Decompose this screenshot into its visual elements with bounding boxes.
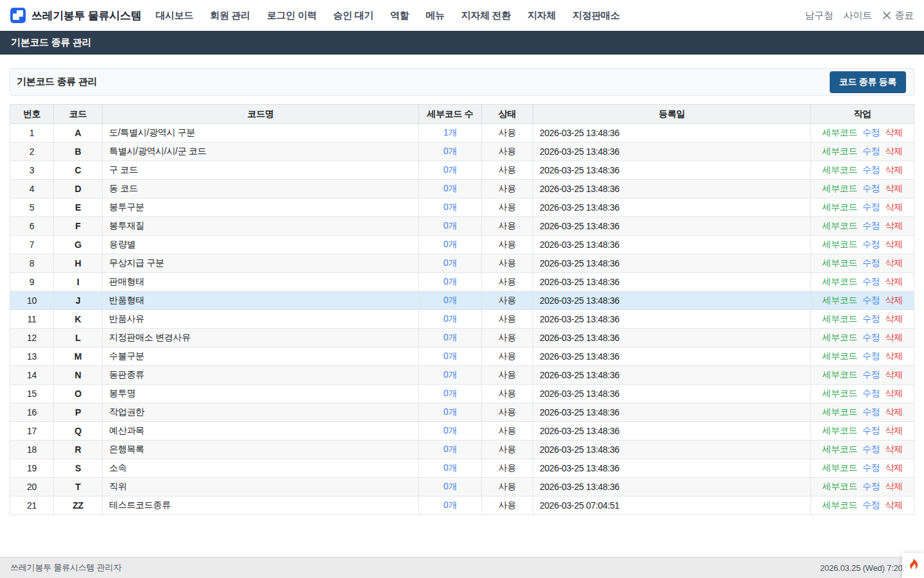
detail-count-link[interactable]: 0개: [443, 313, 457, 324]
edit-link[interactable]: 수정: [862, 369, 880, 380]
detail-code-link[interactable]: 세부코드: [822, 295, 857, 305]
detail-code-link[interactable]: 세부코드: [822, 146, 857, 156]
detail-code-link[interactable]: 세부코드: [822, 369, 857, 380]
edit-link[interactable]: 수정: [862, 425, 880, 435]
edit-link[interactable]: 수정: [862, 183, 880, 193]
detail-code-link[interactable]: 세부코드: [822, 276, 857, 286]
detail-count-link[interactable]: 1개: [443, 127, 457, 137]
edit-link[interactable]: 수정: [862, 462, 880, 473]
edit-link[interactable]: 수정: [862, 351, 880, 361]
nav-item[interactable]: 지자체 전환: [461, 10, 511, 22]
register-code-type-button[interactable]: 코드 종류 등록: [830, 71, 906, 93]
detail-code-link[interactable]: 세부코드: [822, 444, 857, 454]
org-name-link[interactable]: 남구청: [805, 10, 833, 22]
detail-count-link[interactable]: 0개: [443, 500, 457, 510]
nav-item[interactable]: 지정판매소: [572, 10, 620, 22]
edit-link[interactable]: 수정: [862, 500, 880, 510]
debug-toolbar-toggle[interactable]: [902, 553, 924, 578]
delete-link[interactable]: 삭제: [885, 369, 902, 380]
delete-link[interactable]: 삭제: [885, 351, 902, 361]
edit-link[interactable]: 수정: [862, 481, 880, 491]
delete-link[interactable]: 삭제: [885, 462, 902, 473]
delete-link[interactable]: 삭제: [885, 425, 902, 435]
detail-count-link[interactable]: 0개: [443, 146, 457, 156]
delete-link[interactable]: 삭제: [885, 164, 902, 175]
edit-link[interactable]: 수정: [862, 220, 880, 231]
edit-link[interactable]: 수정: [862, 332, 880, 342]
nav-item[interactable]: 승인 대기: [333, 10, 373, 22]
delete-link[interactable]: 삭제: [885, 295, 902, 305]
delete-link[interactable]: 삭제: [885, 500, 902, 510]
detail-count-link[interactable]: 0개: [443, 388, 457, 398]
delete-link[interactable]: 삭제: [885, 202, 902, 212]
delete-link[interactable]: 삭제: [885, 388, 902, 398]
detail-count-link[interactable]: 0개: [443, 351, 457, 361]
detail-count-link[interactable]: 0개: [443, 276, 457, 286]
detail-count-link[interactable]: 0개: [443, 425, 457, 435]
edit-link[interactable]: 수정: [862, 295, 880, 305]
delete-link[interactable]: 삭제: [885, 313, 902, 324]
detail-code-link[interactable]: 세부코드: [822, 239, 857, 249]
detail-code-link[interactable]: 세부코드: [822, 351, 857, 361]
exit-button[interactable]: 종료: [882, 10, 914, 22]
detail-code-link[interactable]: 세부코드: [822, 388, 857, 398]
delete-link[interactable]: 삭제: [885, 276, 902, 286]
detail-code-link[interactable]: 세부코드: [822, 313, 857, 324]
detail-count-link[interactable]: 0개: [443, 407, 457, 417]
detail-code-link[interactable]: 세부코드: [822, 500, 857, 510]
detail-code-link[interactable]: 세부코드: [822, 481, 857, 491]
detail-count-link[interactable]: 0개: [443, 295, 457, 305]
delete-link[interactable]: 삭제: [885, 239, 902, 249]
edit-link[interactable]: 수정: [862, 146, 880, 156]
delete-link[interactable]: 삭제: [885, 332, 902, 342]
detail-count-link[interactable]: 0개: [443, 220, 457, 231]
delete-link[interactable]: 삭제: [885, 481, 902, 491]
nav-item[interactable]: 대시보드: [155, 10, 193, 22]
delete-link[interactable]: 삭제: [885, 407, 902, 417]
detail-count-link[interactable]: 0개: [443, 444, 457, 454]
detail-code-link[interactable]: 세부코드: [822, 127, 857, 137]
detail-code-link[interactable]: 세부코드: [822, 462, 857, 473]
detail-code-link[interactable]: 세부코드: [822, 202, 857, 212]
site-link[interactable]: 사이트: [843, 10, 871, 22]
nav-item[interactable]: 로그인 이력: [267, 10, 316, 22]
detail-code-link[interactable]: 세부코드: [822, 407, 857, 417]
edit-link[interactable]: 수정: [862, 313, 880, 324]
detail-code-link[interactable]: 세부코드: [822, 220, 857, 231]
detail-count-link[interactable]: 0개: [443, 258, 457, 268]
detail-code-link[interactable]: 세부코드: [822, 164, 857, 175]
detail-code-link[interactable]: 세부코드: [822, 258, 857, 268]
edit-link[interactable]: 수정: [862, 164, 880, 175]
delete-link[interactable]: 삭제: [885, 183, 902, 193]
delete-link[interactable]: 삭제: [885, 220, 902, 231]
code-cell: D: [54, 180, 103, 198]
edit-link[interactable]: 수정: [862, 258, 880, 268]
edit-link[interactable]: 수정: [862, 127, 880, 137]
detail-count-link[interactable]: 0개: [443, 332, 457, 342]
delete-link[interactable]: 삭제: [885, 444, 902, 454]
detail-code-link[interactable]: 세부코드: [822, 425, 857, 435]
detail-code-link[interactable]: 세부코드: [822, 332, 857, 342]
detail-count-link[interactable]: 0개: [443, 164, 457, 175]
nav-item[interactable]: 메뉴: [425, 10, 444, 22]
edit-link[interactable]: 수정: [862, 202, 880, 212]
detail-count-link[interactable]: 0개: [443, 183, 457, 193]
detail-code-link[interactable]: 세부코드: [822, 183, 857, 193]
edit-link[interactable]: 수정: [862, 444, 880, 454]
delete-link[interactable]: 삭제: [885, 127, 902, 137]
code-cell: G: [54, 236, 103, 254]
detail-count-link[interactable]: 0개: [443, 481, 457, 491]
detail-count-link[interactable]: 0개: [443, 369, 457, 380]
nav-item[interactable]: 역할: [390, 10, 409, 22]
detail-count-link[interactable]: 0개: [443, 462, 457, 473]
detail-count-link[interactable]: 0개: [443, 202, 457, 212]
detail-count-link[interactable]: 0개: [443, 239, 457, 249]
nav-item[interactable]: 회원 관리: [210, 10, 250, 22]
edit-link[interactable]: 수정: [862, 407, 880, 417]
nav-item[interactable]: 지자체: [527, 10, 556, 22]
edit-link[interactable]: 수정: [862, 239, 880, 249]
delete-link[interactable]: 삭제: [885, 258, 902, 268]
edit-link[interactable]: 수정: [862, 388, 880, 398]
edit-link[interactable]: 수정: [862, 276, 880, 286]
delete-link[interactable]: 삭제: [885, 146, 902, 156]
